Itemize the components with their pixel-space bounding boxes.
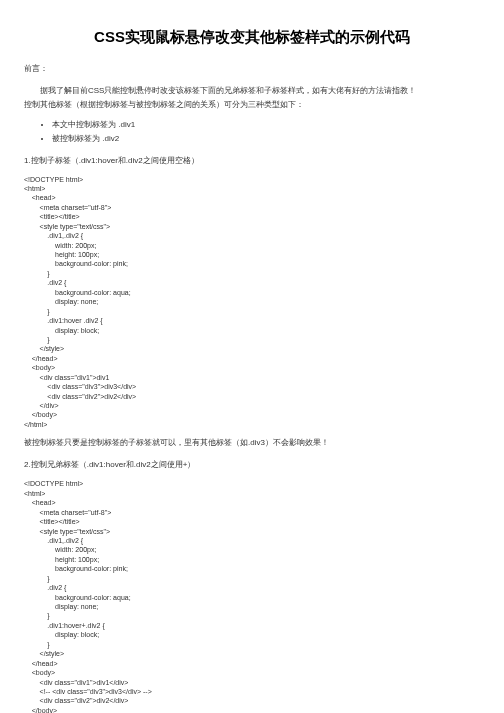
preface-paragraph-1: 据我了解目前CSS只能控制悬停时改变该标签下面的兄弟标签和子标签样式，如有大佬有… [24,85,480,97]
preface-label: 前言： [24,63,480,75]
list-item: 本文中控制标签为 .div1 [52,119,480,131]
preface-paragraph-2: 控制其他标签（根据控制标签与被控制标签之间的关系）可分为三种类型如下： [24,99,480,111]
note-1: 被控制标签只要是控制标签的子标签就可以，里有其他标签（如.div3）不会影响效果… [24,437,480,449]
section-heading-1: 1.控制子标签（.div1:hover和.div2之间使用空格） [24,155,480,167]
code-block-2: <!DOCTYPE html> <html> <head> <meta char… [24,479,480,713]
list-item: 被控制标签为 .div2 [52,133,480,145]
page-title: CSS实现鼠标悬停改变其他标签样式的示例代码 [24,26,480,49]
code-block-1: <!DOCTYPE html> <html> <head> <meta char… [24,175,480,430]
section-heading-2: 2.控制兄弟标签（.div1:hover和.div2之间使用+） [24,459,480,471]
bullet-list: 本文中控制标签为 .div1 被控制标签为 .div2 [24,119,480,145]
